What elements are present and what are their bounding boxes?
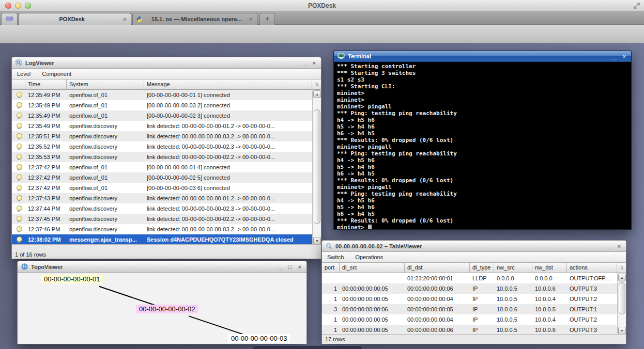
terminal-prompt-line[interactable]: mininet> xyxy=(337,224,628,229)
column-actions[interactable]: actions xyxy=(567,263,617,273)
flow-row[interactable]: 1 00:00:00:00:00:05 00:00:00:00:00:04 IP… xyxy=(322,314,617,325)
close-icon[interactable]: × xyxy=(311,60,317,66)
log-message: [00-00-00-00-00-02 5] connected xyxy=(144,172,312,183)
log-row[interactable]: 12:37:44 PM openflow.discovery link dete… xyxy=(12,203,312,214)
log-row[interactable]: 12:35:49 PM openflow.of_01 [00-00-00-00-… xyxy=(12,100,312,110)
log-row[interactable]: 12:35:49 PM openflow.of_01 [00-00-00-00-… xyxy=(12,110,312,121)
terminal-window[interactable]: Terminal _ × *** Starting controller*** … xyxy=(333,50,632,230)
logviewer-scrollbar[interactable]: ▲ ▼ xyxy=(312,90,321,245)
browser-titlebar[interactable]: POXDesk xyxy=(0,0,644,12)
log-grid: 12:35:49 PM openflow.of_01 [00-00-00-00-… xyxy=(12,90,321,245)
scroll-up-icon[interactable]: ▲ xyxy=(618,274,626,281)
flow-row[interactable]: 1 00:00:00:00:00:05 00:00:00:00:00:06 IP… xyxy=(322,283,617,294)
switch-node-3[interactable]: 00-00-00-00-00-03 xyxy=(228,334,290,343)
column-nw-src[interactable]: nw_src xyxy=(494,263,532,273)
minimize-icon[interactable]: _ xyxy=(278,264,284,270)
tableviewer-title: 00-00-00-00-00-02 – TableViewer xyxy=(335,243,603,249)
minimize-icon[interactable]: _ xyxy=(611,53,618,59)
tab-close-icon[interactable]: × xyxy=(248,16,254,23)
log-row[interactable]: 12:37:46 PM openflow.discovery link dete… xyxy=(12,224,312,234)
flow-row[interactable]: 1 00:00:00:00:00:05 00:00:00:00:00:06 IP… xyxy=(322,325,617,335)
log-level-bulb-icon xyxy=(17,195,21,201)
tab-close-icon[interactable]: × xyxy=(121,16,128,23)
tableviewer-statusbar: 17 rows xyxy=(322,334,626,344)
log-row[interactable]: 12:35:53 PM openflow.discovery link dete… xyxy=(12,152,312,162)
flow-rows: 01:23:20:00:00:01 LLDP 0.0.0.0 0.0.0.0 O… xyxy=(322,273,617,335)
cell-actions: OUTPUT:2 xyxy=(567,314,617,325)
tab-python-docs[interactable]: 15.1. os — Miscellaneous opera... × xyxy=(132,13,257,25)
scroll-down-icon[interactable]: ▼ xyxy=(313,237,321,245)
terminal-output[interactable]: *** Starting controller*** Starting 3 sw… xyxy=(334,62,631,229)
column-picker-icon[interactable] xyxy=(312,80,321,89)
column-nw-dst[interactable]: nw_dst xyxy=(532,263,567,273)
log-row[interactable]: 12:37:42 PM openflow.of_01 [00-00-00-00-… xyxy=(12,162,312,172)
tableviewer-scrollbar[interactable]: ▲ ▼ xyxy=(617,273,626,335)
column-level-icon[interactable] xyxy=(12,80,25,89)
cell-dl-type: IP xyxy=(470,325,494,335)
cell-dl-src: 00:00:00:00:00:05 xyxy=(340,283,405,294)
log-row[interactable]: 12:37:45 PM openflow.discovery link dete… xyxy=(12,214,312,224)
log-row[interactable]: 12:37:43 PM openflow.discovery link dete… xyxy=(12,193,312,203)
menu-switch[interactable]: Switch xyxy=(327,254,344,260)
logviewer-icon xyxy=(16,59,22,66)
log-row[interactable]: 12:35:52 PM openflow.discovery link dete… xyxy=(12,141,312,152)
close-icon[interactable]: × xyxy=(297,264,303,270)
tableviewer-titlebar[interactable]: 00-00-00-00-00-02 – TableViewer _ × xyxy=(322,241,626,252)
maximize-icon[interactable]: □ xyxy=(287,264,294,270)
log-system: openflow.discovery xyxy=(67,203,144,214)
log-row[interactable]: 12:35:51 PM openflow.discovery link dete… xyxy=(12,131,312,141)
new-tab-button[interactable]: + xyxy=(259,13,275,25)
column-dl-dst[interactable]: dl_dst xyxy=(405,263,470,273)
terminal-line: mininet> xyxy=(337,90,628,97)
scroll-thumb[interactable] xyxy=(619,282,625,314)
tableviewer-window[interactable]: 00-00-00-00-00-02 – TableViewer _ × Swit… xyxy=(321,240,626,344)
log-time: 12:35:49 PM xyxy=(25,90,67,100)
column-port[interactable]: port xyxy=(322,263,340,273)
cell-nw-src: 10.0.0.6 xyxy=(494,304,532,314)
menu-level[interactable]: Level xyxy=(17,71,30,77)
switch-node-1[interactable]: 00-00-00-00-00-01 xyxy=(41,275,103,283)
log-row[interactable]: 12:35:49 PM openflow.of_01 [00-00-00-00-… xyxy=(12,90,312,100)
scroll-up-icon[interactable]: ▲ xyxy=(313,90,321,98)
terminal-line: *** Results: 0% dropped (0/6 lost) xyxy=(337,177,628,184)
minimize-icon[interactable]: _ xyxy=(606,243,612,249)
cell-port: 1 xyxy=(322,314,340,325)
log-level-bulb-icon xyxy=(17,226,21,232)
close-icon[interactable]: × xyxy=(621,53,627,59)
fullscreen-icon[interactable] xyxy=(633,2,641,10)
log-row[interactable]: 12:37:42 PM openflow.of_01 [00-00-00-00-… xyxy=(12,172,312,183)
column-picker-icon[interactable] xyxy=(617,263,626,273)
topoviewer-titlebar[interactable]: TopoViewer _ □ × xyxy=(18,261,306,273)
scroll-down-icon[interactable]: ▼ xyxy=(618,327,626,335)
close-icon[interactable]: × xyxy=(616,243,622,249)
log-row[interactable]: 12:35:49 PM openflow.discovery link dete… xyxy=(12,121,312,131)
flow-row[interactable]: 3 00:00:00:00:00:06 00:00:00:00:00:05 IP… xyxy=(322,304,617,314)
terminal-line: *** Starting controller xyxy=(337,63,628,70)
menu-operations[interactable]: Operations xyxy=(355,254,383,260)
column-system[interactable]: System xyxy=(67,80,144,89)
cell-nw-dst: 10.0.0.6 xyxy=(532,283,567,294)
flow-row[interactable]: 1 00:00:00:00:00:05 00:00:00:00:00:04 IP… xyxy=(322,294,617,304)
minimize-icon[interactable]: _ xyxy=(301,60,308,66)
log-time: 12:35:52 PM xyxy=(25,141,67,152)
switch-node-2[interactable]: 00-00-00-00-00-02 xyxy=(136,305,198,313)
terminal-titlebar[interactable]: Terminal _ × xyxy=(334,51,631,62)
column-time[interactable]: Time xyxy=(25,80,67,89)
flow-row[interactable]: 01:23:20:00:00:01 LLDP 0.0.0.0 0.0.0.0 O… xyxy=(322,273,617,283)
topoviewer-window[interactable]: TopoViewer _ □ × 00-00-00-00-00-01 00-00… xyxy=(17,261,307,344)
log-row[interactable]: 12:37:42 PM openflow.of_01 [00-00-00-00-… xyxy=(12,183,312,193)
minimized-window-edge[interactable] xyxy=(252,345,363,349)
column-message[interactable]: Message xyxy=(144,80,312,89)
tab-groups-button[interactable]: 888 xyxy=(1,13,18,25)
menu-component[interactable]: Component xyxy=(42,71,71,77)
log-row[interactable]: 12:38:02 PM messenger.ajax_transp... Ses… xyxy=(12,234,312,245)
cell-dl-type: IP xyxy=(470,294,494,304)
scroll-thumb[interactable] xyxy=(314,109,320,224)
topology-canvas[interactable]: 00-00-00-00-00-01 00-00-00-00-00-02 00-0… xyxy=(18,273,306,344)
logviewer-window[interactable]: LogViewer _ × Level Component Time Syste… xyxy=(11,57,321,259)
column-dl-type[interactable]: dl_type xyxy=(470,263,494,273)
tab-poxdesk[interactable]: POXDesk × xyxy=(19,13,131,25)
column-dl-src[interactable]: dl_src xyxy=(340,263,405,273)
cell-port xyxy=(322,273,340,283)
logviewer-titlebar[interactable]: LogViewer _ × xyxy=(12,57,321,69)
